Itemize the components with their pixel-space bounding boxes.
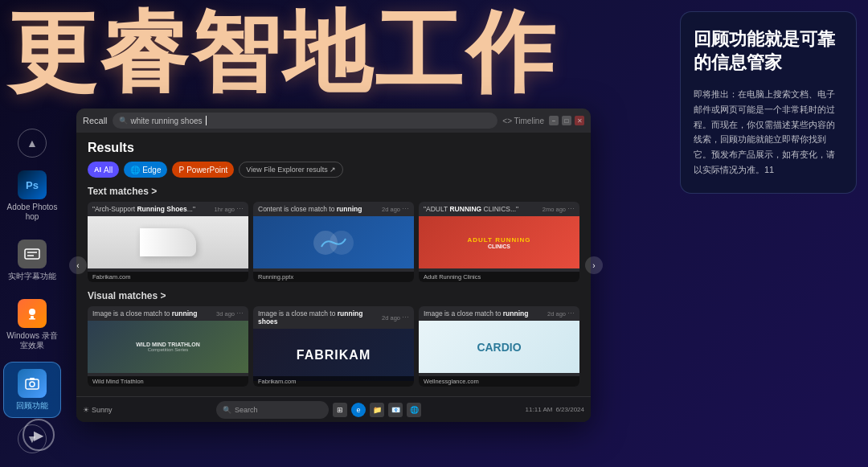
- recorder-icon: [18, 299, 47, 328]
- taskbar-center: 🔍 Search ⊞ e 📁 📧 🌐: [117, 401, 521, 419]
- sidebar-label-captions: 实时字幕功能: [8, 272, 56, 281]
- card-footer-0: Fabrikam.com: [88, 272, 248, 282]
- taskbar-edge[interactable]: e: [351, 403, 366, 417]
- clinic-text: ADULT RUNNING CLINICS: [467, 236, 530, 249]
- visual-card-header-1: Image is a close match to running shoes …: [253, 306, 414, 329]
- taskbar-search-icon: 🔍: [223, 406, 231, 414]
- window-title: Recall: [83, 116, 108, 125]
- visual-card-time-2: 2d ago: [547, 310, 566, 317]
- edge-icon: 🌐: [130, 166, 140, 174]
- maximize-button[interactable]: □: [562, 116, 571, 125]
- recall-icon: [18, 369, 47, 398]
- filter-explorer[interactable]: View File Explorer results ↗: [239, 162, 343, 178]
- svg-point-7: [30, 382, 35, 387]
- text-match-card-1[interactable]: Content is close match to running 2d ago…: [253, 202, 414, 282]
- explorer-label: View File Explorer results ↗: [246, 166, 336, 174]
- chevron-up-icon: ▲: [27, 137, 38, 150]
- card-footer-1: Running.pptx: [253, 272, 414, 282]
- titlebar-right: <> Timeline: [502, 117, 544, 125]
- text-matches-header[interactable]: Text matches >: [88, 186, 579, 197]
- window-titlebar: Recall 🔍 white running shoes <> Timeline…: [76, 109, 591, 133]
- window-taskbar: ☀ Sunny 🔍 Search ⊞ e 📁 📧 🌐 11:11 AM 6/23…: [76, 396, 591, 422]
- weather-text: Sunny: [92, 406, 113, 414]
- taskbar-start[interactable]: ⊞: [333, 403, 347, 417]
- filter-pills: AI All 🌐 Edge P PowerPoint View File Exp…: [88, 162, 579, 178]
- visual-matches-grid: Image is a close match to running 3d ago…: [88, 306, 579, 387]
- timeline-label: <> Timeline: [502, 117, 544, 125]
- taskbar-right: 11:11 AM 6/23/2024: [526, 406, 584, 413]
- window-nav-right-button[interactable]: ›: [585, 256, 603, 274]
- sidebar-item-photoshop[interactable]: Ps Adobe Photoshop: [3, 164, 61, 228]
- filter-edge[interactable]: 🌐 Edge: [124, 162, 167, 178]
- play-button[interactable]: ▶: [23, 419, 55, 451]
- window-nav-left-button[interactable]: ‹: [69, 256, 87, 274]
- recall-window: Recall 🔍 white running shoes <> Timeline…: [76, 109, 591, 422]
- window-body: Results AI All 🌐 Edge P PowerPoint View …: [76, 133, 591, 422]
- svg-point-3: [29, 309, 35, 315]
- taskbar-app2[interactable]: 📧: [388, 403, 403, 417]
- sidebar-label-photoshop: Adobe Photoshop: [6, 203, 58, 222]
- visual-match-card-1[interactable]: Image is a close match to running shoes …: [253, 306, 414, 387]
- photoshop-icon: Ps: [18, 170, 47, 199]
- right-panel: 回顾功能就是可靠的信息管家 即将推出：在电脑上搜索文档、电子邮件或网页可能是一个…: [680, 11, 857, 194]
- visual-card-header-0: Image is a close match to running 3d ago…: [88, 306, 248, 321]
- triathlon-text: WILD MIND TRIATHLON Competition Series: [136, 342, 200, 352]
- card-header-0: "Arch-Support Running Shoes..." 1hr ago …: [88, 202, 248, 216]
- text-match-card-0[interactable]: "Arch-Support Running Shoes..." 1hr ago …: [88, 202, 248, 282]
- sidebar-items-list: Ps Adobe Photoshop 实时字幕功能: [0, 164, 64, 418]
- taskbar-app3[interactable]: 🌐: [407, 403, 421, 417]
- card-thumb-0: [88, 216, 248, 268]
- visual-card-thumb-0: WILD MIND TRIATHLON Competition Series: [88, 321, 248, 373]
- card-time-2: 2mo ago: [542, 206, 566, 213]
- svg-rect-0: [25, 249, 39, 259]
- visual-match-card-0[interactable]: Image is a close match to running 3d ago…: [88, 306, 248, 387]
- filter-powerpoint[interactable]: P PowerPoint: [172, 162, 234, 178]
- right-panel-body: 即将推出：在电脑上搜索文档、电子邮件或网页可能是一个非常耗时的过程。而现在，你仅…: [694, 87, 843, 177]
- visual-card-footer-2: Wellnessglance.com: [419, 376, 579, 387]
- sidebar-item-recall[interactable]: 回顾功能: [3, 362, 61, 418]
- card-thumb-2: ADULT RUNNING CLINICS: [419, 216, 579, 268]
- visual-card-title-1: Image is a close match to running shoes: [258, 309, 379, 326]
- all-icon: AI: [94, 166, 101, 174]
- card-header-2: "ADULT RUNNING CLINICS..." 2mo ago ⋯: [419, 202, 579, 216]
- visual-card-title-0: Image is a close match to running: [92, 309, 213, 317]
- sidebar-item-recorder[interactable]: Windows 录音室效果: [3, 293, 61, 357]
- close-button[interactable]: ✕: [575, 116, 584, 125]
- card-header-1: Content is close match to running 2d ago…: [253, 202, 414, 216]
- svg-rect-8: [30, 378, 35, 380]
- visual-card-time-0: 3d ago: [216, 310, 235, 317]
- text-matches-grid: "Arch-Support Running Shoes..." 1hr ago …: [88, 202, 579, 282]
- card-time-0: 1hr ago: [215, 206, 235, 213]
- visual-match-card-2[interactable]: Image is a close match to running 2d ago…: [419, 306, 579, 387]
- play-icon: ▶: [34, 428, 43, 443]
- taskbar-app1[interactable]: 📁: [370, 403, 384, 417]
- cursor: [206, 116, 207, 125]
- results-header: Results: [88, 141, 579, 155]
- visual-card-header-2: Image is a close match to running 2d ago…: [419, 306, 579, 321]
- fabrikam-logo: FABRIKAM: [297, 348, 371, 363]
- text-match-card-2[interactable]: "ADULT RUNNING CLINICS..." 2mo ago ⋯ ADU…: [419, 202, 579, 282]
- window-controls: − □ ✕: [549, 116, 584, 125]
- right-panel-title: 回顾功能就是可靠的信息管家: [694, 28, 843, 74]
- edge-label: Edge: [142, 166, 161, 174]
- svg-rect-5: [29, 318, 35, 320]
- filter-all[interactable]: AI All: [88, 162, 119, 178]
- cardio-text: CARDIO: [477, 341, 521, 354]
- svg-rect-6: [26, 379, 39, 389]
- nav-up-button[interactable]: ▲: [18, 129, 47, 158]
- search-bar[interactable]: 🔍 white running shoes: [113, 113, 498, 129]
- search-text: white running shoes: [131, 117, 203, 125]
- card-title-0: "Arch-Support Running Shoes...": [92, 205, 211, 213]
- card-title-2: "ADULT RUNNING CLINICS...": [424, 205, 539, 213]
- sidebar: ▲ Ps Adobe Photoshop 实时字幕功能: [0, 129, 64, 453]
- sidebar-label-recorder: Windows 录音室效果: [6, 331, 58, 350]
- ppt-label: PowerPoint: [186, 166, 227, 174]
- taskbar-search-bar[interactable]: 🔍 Search: [216, 401, 329, 419]
- sidebar-item-captions[interactable]: 实时字幕功能: [3, 233, 61, 288]
- visual-matches-header[interactable]: Visual matches >: [88, 290, 579, 301]
- visual-card-footer-1: Fabrikam.com: [253, 376, 414, 387]
- captions-icon: [18, 240, 47, 268]
- minimize-button[interactable]: −: [549, 116, 559, 125]
- sidebar-label-recall: 回顾功能: [16, 401, 48, 411]
- shoe-shape: [140, 228, 196, 256]
